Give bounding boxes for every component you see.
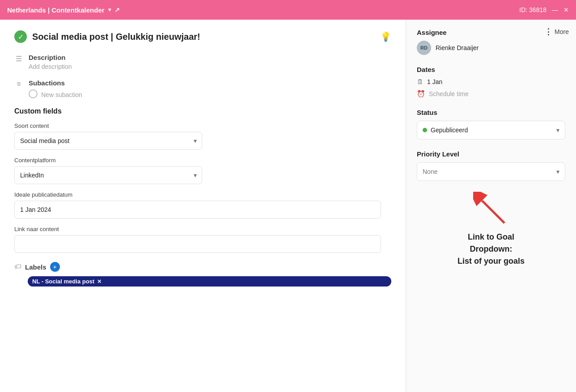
- date-value[interactable]: 1 Jan: [427, 78, 442, 85]
- field-link-content-input[interactable]: [14, 235, 381, 253]
- description-section: ☰ Description Add description: [14, 54, 391, 70]
- field-contentplatform-label: Contentplatform: [14, 157, 391, 164]
- topbar: Netherlands | Contentkalender ▾ ↗ ID: 36…: [0, 0, 576, 20]
- calendar-icon: 🗓: [417, 78, 424, 85]
- field-contentplatform: Contentplatform LinkedIn Facebook Instag…: [14, 157, 391, 184]
- field-publicatiedatum: Ideale publicatiedatum: [14, 191, 391, 219]
- more-dots-icon: ⋮: [544, 27, 553, 37]
- assignee-section: Assignee RD Rienke Draaijer: [417, 29, 565, 55]
- status-chevron-icon: ▾: [556, 126, 559, 134]
- dates-title: Dates: [417, 66, 565, 73]
- bulb-icon[interactable]: 💡: [380, 31, 391, 42]
- schedule-time-button[interactable]: Schedule time: [429, 90, 469, 97]
- custom-fields-section: Custom fields Soort content Social media…: [14, 107, 391, 253]
- label-tag-remove-button[interactable]: ✕: [97, 278, 102, 285]
- priority-value: None: [423, 168, 553, 175]
- description-icon: ☰: [14, 55, 23, 63]
- description-content: Description Add description: [29, 54, 72, 70]
- subactions-icon: ≡: [14, 80, 23, 88]
- field-soort-content-label: Soort content: [14, 122, 391, 129]
- add-label-button[interactable]: +: [50, 262, 60, 272]
- priority-title: Priority Level: [417, 150, 565, 158]
- subaction-circle-icon: [29, 89, 38, 98]
- status-section: Status Gepubliceerd ▾: [417, 109, 565, 139]
- topbar-title-area: Netherlands | Contentkalender ▾ ↗: [7, 6, 120, 14]
- priority-dropdown[interactable]: None ▾: [417, 162, 565, 181]
- status-dot-icon: [423, 128, 427, 132]
- subactions-content: Subactions New subaction: [29, 79, 82, 98]
- field-soort-content-select-wrapper: Social media post Blog Email Video ▾: [14, 132, 202, 150]
- left-panel: ✓ Social media post | Gelukkig nieuwjaar…: [0, 20, 406, 392]
- subactions-section: ≡ Subactions New subaction: [14, 79, 391, 98]
- close-button[interactable]: ✕: [563, 6, 569, 13]
- status-title: Status: [417, 109, 565, 116]
- assignee-title: Assignee: [417, 29, 565, 36]
- subactions-label: Subactions: [29, 79, 82, 87]
- topbar-controls: ID: 36818 — ✕: [519, 6, 569, 13]
- task-complete-icon[interactable]: ✓: [14, 30, 27, 43]
- more-menu-button[interactable]: ⋮ More: [544, 27, 569, 37]
- plus-icon: +: [53, 263, 56, 270]
- clock-icon: ⏰: [417, 90, 425, 98]
- labels-icon: 🏷: [14, 263, 21, 271]
- dates-section: Dates 🗓 1 Jan ⏰ Schedule time: [417, 66, 565, 98]
- minimize-button[interactable]: —: [552, 6, 558, 13]
- external-link-icon[interactable]: ↗: [114, 6, 120, 13]
- description-label: Description: [29, 54, 72, 61]
- field-publicatiedatum-label: Ideale publicatiedatum: [14, 191, 391, 198]
- custom-fields-title: Custom fields: [14, 107, 391, 115]
- assignee-avatar: RD: [417, 41, 431, 55]
- annotation-arrow-icon: [473, 192, 509, 228]
- field-soort-content-select[interactable]: Social media post Blog Email Video: [14, 132, 202, 150]
- labels-row: 🏷 Labels +: [14, 262, 391, 272]
- schedule-row: ⏰ Schedule time: [417, 90, 565, 98]
- new-subaction-row: New subaction: [29, 89, 82, 98]
- date-row: 🗓 1 Jan: [417, 78, 565, 85]
- assignee-name[interactable]: Rienke Draaijer: [436, 44, 479, 51]
- labels-section: 🏷 Labels + NL - Social media post ✕: [14, 262, 391, 287]
- field-link-content: Link naar content: [14, 226, 391, 253]
- title-left: ✓ Social media post | Gelukkig nieuwjaar…: [14, 30, 200, 43]
- priority-chevron-icon: ▾: [556, 168, 559, 175]
- field-soort-content: Soort content Social media post Blog Ema…: [14, 122, 391, 150]
- label-tag-text: NL - Social media post: [32, 278, 94, 285]
- right-panel: ⋮ More Assignee RD Rienke Draaijer Dates…: [406, 20, 576, 392]
- field-publicatiedatum-input[interactable]: [14, 201, 381, 219]
- annotation-area: Link to GoalDropdown:List of your goals: [417, 192, 565, 267]
- status-dropdown[interactable]: Gepubliceerd ▾: [417, 121, 565, 139]
- labels-title: Labels: [25, 263, 47, 271]
- priority-section: Priority Level None ▾: [417, 150, 565, 181]
- field-contentplatform-select-wrapper: LinkedIn Facebook Instagram Twitter ▾: [14, 166, 202, 184]
- task-id: ID: 36818: [519, 6, 546, 13]
- field-link-content-label: Link naar content: [14, 226, 391, 232]
- dropdown-icon[interactable]: ▾: [108, 7, 111, 13]
- field-contentplatform-select[interactable]: LinkedIn Facebook Instagram Twitter: [14, 166, 202, 184]
- more-label: More: [555, 28, 569, 35]
- new-subaction-placeholder[interactable]: New subaction: [41, 91, 82, 98]
- label-tags-container: NL - Social media post ✕: [14, 276, 391, 287]
- topbar-title: Netherlands | Contentkalender: [7, 6, 105, 14]
- avatar-initials: RD: [420, 45, 428, 51]
- annotation-text: Link to GoalDropdown:List of your goals: [417, 231, 565, 267]
- description-placeholder[interactable]: Add description: [29, 63, 72, 70]
- label-tag-nl-social: NL - Social media post ✕: [28, 276, 391, 287]
- svg-line-1: [482, 201, 504, 223]
- main-layout: ✓ Social media post | Gelukkig nieuwjaar…: [0, 20, 576, 392]
- status-value: Gepubliceerd: [431, 126, 553, 134]
- check-mark: ✓: [18, 33, 24, 41]
- task-title[interactable]: Social media post | Gelukkig nieuwjaar!: [32, 32, 200, 42]
- title-row: ✓ Social media post | Gelukkig nieuwjaar…: [14, 30, 391, 43]
- assignee-row: RD Rienke Draaijer: [417, 41, 565, 55]
